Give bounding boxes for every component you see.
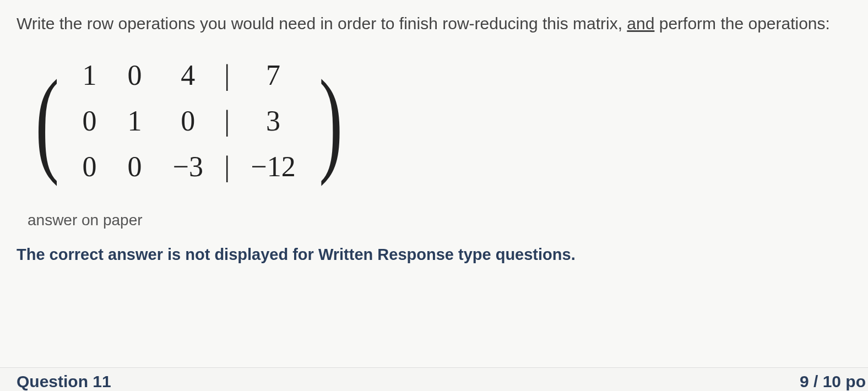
matrix-cell: −12 bbox=[235, 144, 311, 189]
matrix-cell: 7 bbox=[235, 52, 311, 98]
instruction-part2: perform the operations: bbox=[654, 14, 830, 32]
points-label: 9 / 10 po bbox=[800, 368, 868, 391]
left-paren: ( bbox=[35, 68, 59, 175]
matrix-cell: 0 bbox=[158, 98, 219, 144]
matrix-cell: 0 bbox=[67, 144, 112, 189]
matrix-cell: 3 bbox=[235, 98, 311, 144]
right-paren: ) bbox=[319, 68, 343, 175]
matrix-cell: 0 bbox=[67, 98, 112, 144]
matrix-cell: −3 bbox=[158, 144, 219, 189]
question-number-label: Question 11 bbox=[17, 368, 111, 391]
matrix-bar: | bbox=[219, 52, 235, 98]
matrix-cell: 1 bbox=[67, 52, 112, 98]
matrix-cell: 1 bbox=[112, 98, 158, 144]
question-instruction: Write the row operations you would need … bbox=[17, 11, 851, 36]
footer-bar: Question 11 9 / 10 po bbox=[0, 367, 868, 391]
matrix-body: 1 0 4 | 7 0 1 0 | 3 0 0 −3 | −12 bbox=[67, 52, 311, 189]
matrix-cell: 0 bbox=[112, 144, 158, 189]
matrix-bar: | bbox=[219, 98, 235, 144]
matrix-cell: 0 bbox=[112, 52, 158, 98]
instruction-part1: Write the row operations you would need … bbox=[17, 14, 627, 32]
matrix-bar: | bbox=[219, 144, 235, 189]
matrix-cell: 4 bbox=[158, 52, 219, 98]
answer-note: answer on paper bbox=[28, 211, 851, 229]
feedback-message: The correct answer is not displayed for … bbox=[17, 246, 851, 264]
instruction-underlined: and bbox=[627, 14, 654, 32]
matrix-display: ( 1 0 4 | 7 0 1 0 | 3 0 0 −3 | −12 ) bbox=[28, 52, 851, 189]
